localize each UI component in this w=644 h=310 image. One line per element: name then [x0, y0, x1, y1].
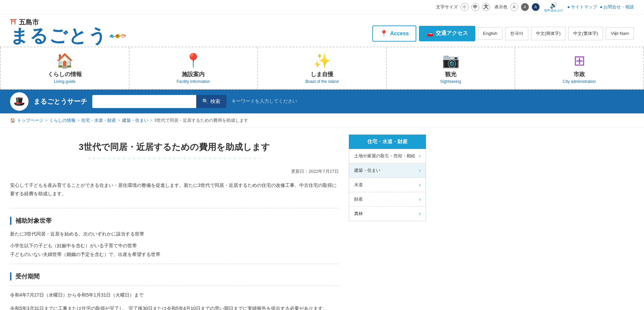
font-large-btn[interactable]: 大 — [482, 3, 490, 11]
sidebar: 住宅・水道・財産 土地や家屋の取引・売却・相続 › 建築・住まい › 水道 › … — [349, 135, 426, 310]
nav-title-facility-jp: 施設案内 — [182, 70, 205, 78]
breadcrumb-sep-1: > — [45, 118, 48, 123]
nav-item-city[interactable]: ⊞ 市政 City administration — [515, 47, 644, 89]
search-mascot: 🎩 — [10, 92, 29, 111]
nav-title-city-en: City administration — [563, 79, 596, 84]
title-decoration: ・・・・・・・・・・・・・・・・・・・・・・・・・・・・・・・・・・・ — [10, 156, 339, 162]
main-nav: 🏠 くらしの情報 Living guide 📍 施設案内 Facility in… — [0, 47, 644, 90]
nav-title-facility-en: Facility information — [176, 79, 210, 84]
sightseeing-icon: 📷 — [442, 52, 460, 69]
nav-item-facility[interactable]: 📍 施設案内 Facility information — [129, 47, 258, 89]
divider-2 — [10, 264, 339, 264]
search-hint: キーワードを入力してください — [231, 98, 297, 104]
home-icon: 🏠 — [10, 118, 15, 123]
breadcrumb-current: 3世代で同居・近居するための費用を助成します — [154, 117, 248, 123]
arrow-icon-4: › — [419, 196, 421, 202]
nav-title-living-en: Living guide — [54, 79, 75, 84]
breadcrumb-item-1[interactable]: くらしの情報 — [49, 117, 75, 123]
city-name: ⛩ 五島市 — [10, 18, 126, 27]
house-icon: 🏠 — [56, 52, 73, 69]
logo-main[interactable]: まるごとう 🐟🐠🐡 — [10, 27, 126, 45]
location-pin-icon: 📍 — [380, 30, 388, 38]
lang-chinese-trad-btn[interactable]: 中文(繁体字) — [568, 27, 603, 40]
voice-btn[interactable]: 🔊 音声 読み上げ — [544, 2, 563, 12]
content-area: 3世代で同居・近居するための費用を助成します ・・・・・・・・・・・・・・・・・… — [10, 135, 339, 310]
contact-link[interactable]: ● お問合せ・相談 — [600, 4, 634, 10]
section1-title: 補助対象世帯 — [10, 217, 339, 225]
breadcrumb-sep-3: > — [118, 118, 120, 123]
divider-3 — [10, 286, 339, 286]
update-date: 更新日：2022年7月27日 — [10, 168, 339, 174]
section2-title: 受付期間 — [10, 272, 339, 280]
nav-title-city-jp: 市政 — [574, 70, 585, 78]
font-medium-btn[interactable]: 中 — [471, 3, 479, 11]
arrow-icon-1: › — [419, 153, 421, 159]
lang-chinese-simple-btn[interactable]: 中文(簡体字) — [531, 27, 566, 40]
sidebar-item-agriculture[interactable]: 農林 › — [349, 207, 426, 221]
sidebar-item-water[interactable]: 水道 › — [349, 178, 426, 192]
traffic-icon: 🚗 — [426, 30, 434, 37]
breadcrumb-item-3[interactable]: 建築・住まい — [122, 117, 148, 123]
font-size-label: 文字サイズ — [436, 4, 458, 10]
arrow-icon-2: › — [419, 167, 421, 173]
sidebar-item-property[interactable]: 財産 › — [349, 192, 426, 207]
nav-title-island-en: Boast of the island — [306, 79, 339, 84]
section1-text2: 小学生以下の子ども（妊娠中を含む）がいる子育て中の世帯 子どものいない夫婦世帯（… — [10, 242, 339, 258]
section2-text1: 令和4年7月27日（水曜日）から令和5年1月31日（火曜日）まで — [10, 291, 339, 299]
search-input[interactable] — [92, 95, 196, 108]
lang-english-btn[interactable]: English — [478, 27, 502, 40]
lang-vietnam-btn[interactable]: Việt Nam — [606, 27, 634, 40]
search-bar: 🎩 まるごとうサーチ 🔍 検索 キーワードを入力してください — [0, 90, 644, 113]
color-white-btn[interactable]: A — [510, 3, 518, 11]
city-admin-icon: ⊞ — [574, 52, 585, 69]
search-icon: 🔍 — [202, 98, 209, 104]
sidebar-title: 住宅・水道・財産 — [349, 135, 426, 149]
font-small-btn[interactable]: 小 — [461, 3, 469, 11]
nav-title-living-jp: くらしの情報 — [48, 70, 82, 78]
breadcrumb-sep-4: > — [150, 118, 153, 123]
logo-text: まるごとう — [10, 27, 107, 45]
arrow-icon-5: › — [419, 211, 421, 217]
color-black-btn[interactable]: A — [521, 3, 529, 11]
nav-title-island-jp: しま自慢 — [311, 70, 333, 78]
page-title: 3世代で同居・近居するための費用を助成します — [10, 135, 339, 156]
color-blue-btn[interactable]: A — [532, 3, 540, 11]
intro-text: 安心して子どもを産み育てることができる住まい・居住環境の整備を促進します。新たに… — [10, 181, 339, 198]
divider-1 — [10, 208, 339, 208]
arrow-icon-3: › — [419, 182, 421, 188]
breadcrumb: 🏠 トップページ > くらしの情報 > 住宅・水道・財産 > 建築・住まい > … — [0, 113, 644, 128]
nav-title-sightseeing-jp: 観光 — [445, 70, 457, 78]
sidebar-item-land[interactable]: 土地や家屋の取引・売却・相続 › — [349, 149, 426, 163]
facility-icon: 📍 — [184, 52, 202, 69]
section1-text1: 新たに3世代同居・近居を始める、次のいずれかに該当する世帯 — [10, 230, 339, 238]
search-label: まるごとうサーチ — [34, 97, 87, 106]
breadcrumb-sep-2: > — [77, 118, 80, 123]
section2-text2: 令和5年3月31日までに工事または住宅の取得が完了し、完了後30日または令和5年… — [10, 304, 339, 310]
nav-item-living[interactable]: 🏠 くらしの情報 Living guide — [0, 47, 129, 89]
breadcrumb-home[interactable]: トップページ — [17, 117, 43, 123]
nav-title-sightseeing-en: Sightseeing — [440, 79, 461, 84]
city-icon: ⛩ — [10, 18, 17, 26]
nav-item-island[interactable]: ✨ しま自慢 Boast of the island — [258, 47, 387, 89]
sidebar-item-architecture[interactable]: 建築・住まい › — [349, 163, 426, 178]
traffic-btn[interactable]: 🚗 交通アクセス — [419, 26, 475, 41]
access-btn[interactable]: 📍 Access — [372, 25, 416, 42]
search-button[interactable]: 🔍 検索 — [196, 95, 226, 108]
sitemap-link[interactable]: ● サイトマップ — [567, 4, 597, 10]
color-label: 表示色 — [494, 4, 507, 10]
breadcrumb-item-2[interactable]: 住宅・水道・財産 — [81, 117, 116, 123]
nav-item-sightseeing[interactable]: 📷 観光 Sightseeing — [387, 47, 516, 89]
logo-decoration: 🐟🐠🐡 — [109, 33, 126, 39]
lang-korean-btn[interactable]: 한국어 — [505, 27, 528, 40]
island-icon: ✨ — [313, 52, 331, 69]
